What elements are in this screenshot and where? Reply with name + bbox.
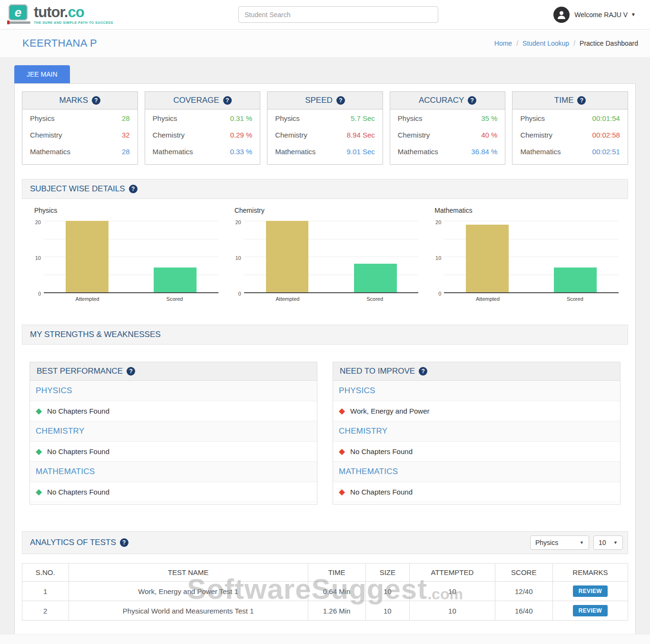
help-icon[interactable]	[129, 185, 138, 193]
subject-header-chemistry: CHEMISTRY	[30, 421, 317, 442]
help-icon[interactable]	[468, 96, 476, 105]
bar-attempted-mathematics[interactable]	[466, 225, 509, 293]
stat-value: 00:02:51	[592, 148, 620, 156]
chart-chemistry: Chemistry01020AttemptedScored	[225, 206, 425, 302]
etutor-logo-icon: e	[9, 4, 30, 25]
stat-row-physics: Physics35 %	[390, 109, 505, 126]
help-icon[interactable]	[419, 367, 427, 376]
subject-wise-section: SUBJECT WISE DETAILS Physics01020Attempt…	[22, 179, 628, 310]
y-tick-label: 20	[35, 219, 41, 225]
brand-tagline: THE SURE AND SIMPLE PATH TO SUCCESS	[34, 21, 113, 24]
subject-header-mathematics: MATHEMATICS	[30, 462, 317, 482]
red-diamond-icon: ◆	[339, 407, 345, 415]
count-filter-select[interactable]: 10 ▼	[593, 535, 623, 550]
stat-card-speed: SPEEDPhysics5.7 SecChemistry8.94 SecMath…	[267, 91, 383, 165]
chart-body: 01020AttemptedScored	[232, 222, 419, 302]
count-filter-value: 10	[599, 539, 606, 546]
breadcrumb-student-lookup[interactable]: Student Lookup	[522, 40, 569, 47]
analytics-title: ANALYTICS OF TESTS	[30, 538, 116, 547]
x-category-label: Attempted	[44, 296, 131, 302]
stat-row-physics: Physics28	[22, 109, 138, 126]
main-content: JEE MAIN MARKSPhysics28Chemistry32Mathem…	[14, 57, 636, 640]
logo-letter: e	[15, 6, 21, 19]
analytics-section: ANALYTICS OF TESTS Physics ▼ 10 ▼	[22, 531, 628, 621]
chapter-label: No Chapters Found	[350, 488, 413, 496]
stat-label: Mathematics	[275, 148, 315, 156]
etutor-logo[interactable]: e tutor.co THE SURE AND SIMPLE PATH TO S…	[9, 4, 168, 25]
stat-label: Chemistry	[30, 131, 62, 139]
table-row: 2Physical World and Measurements Test 11…	[22, 601, 628, 621]
cell-size: 10	[365, 582, 409, 601]
bar-attempted-chemistry[interactable]	[266, 221, 309, 292]
analytics-header: ANALYTICS OF TESTS Physics ▼ 10 ▼	[22, 531, 628, 554]
chart-plot-area	[44, 222, 218, 293]
help-icon[interactable]	[127, 367, 135, 376]
tests-table-wrap: S.NO.TEST NAMETIMESIZEATTEMPTEDSCOREREMA…	[22, 563, 628, 621]
bar-scored-mathematics[interactable]	[554, 268, 597, 293]
stat-label: Chemistry	[398, 131, 430, 139]
stat-card-header: COVERAGE	[145, 92, 260, 109]
laptop-base-shape	[9, 21, 30, 24]
subject-header-physics: PHYSICS	[30, 381, 317, 401]
stat-label: Physics	[520, 114, 545, 122]
stat-value: 0.29 %	[230, 131, 252, 139]
review-button[interactable]: REVIEW	[573, 605, 608, 616]
cell-time: 1.26 Min	[308, 601, 365, 621]
chart-plot-column: AttemptedScored	[44, 222, 218, 302]
stat-row-mathematics: Mathematics0.33 %	[145, 143, 260, 159]
bar-scored-chemistry[interactable]	[354, 264, 397, 292]
subject-filter-select[interactable]: Physics ▼	[530, 535, 589, 550]
chart-subject-label: Physics	[34, 207, 218, 214]
chart-y-axis: 01020	[232, 222, 244, 294]
need-to-improve-panel: NEED TO IMPROVEPHYSICS◆Work, Energy and …	[333, 362, 620, 505]
analytics-filters: Physics ▼ 10 ▼	[530, 535, 623, 550]
stat-card-marks: MARKSPhysics28Chemistry32Mathematics28	[22, 91, 138, 165]
breadcrumb-home[interactable]: Home	[494, 40, 512, 47]
student-search-input[interactable]	[238, 6, 438, 23]
review-button[interactable]: REVIEW	[573, 585, 608, 597]
user-avatar[interactable]	[553, 7, 570, 23]
help-icon[interactable]	[336, 96, 345, 105]
chapter-label: No Chapters Found	[47, 447, 109, 456]
chart-plot-column: AttemptedScored	[244, 222, 419, 302]
stat-label: Mathematics	[153, 148, 193, 156]
column-header-remarks: REMARKS	[552, 564, 628, 582]
y-tick-label: 0	[438, 291, 441, 297]
bar-attempted-physics[interactable]	[66, 221, 108, 292]
strengths-section: MY STRENGTHS & WEAKNESSES BEST PERFORMAN…	[22, 325, 628, 517]
stat-value: 40 %	[481, 131, 497, 139]
x-category-label: Attempted	[444, 296, 531, 302]
cell-remarks: REVIEW	[552, 601, 628, 621]
chart-plot-area	[444, 222, 619, 293]
chapter-row: ◆No Chapters Found	[30, 482, 317, 502]
user-menu[interactable]: Welcome RAJU V ▼	[553, 7, 636, 23]
column-header-attempted: ATTEMPTED	[410, 564, 495, 582]
subject-filter-value: Physics	[535, 539, 558, 546]
help-icon[interactable]	[92, 96, 100, 105]
chapter-label: No Chapters Found	[47, 488, 109, 496]
cell-attempted: 10	[410, 601, 495, 621]
panel-header: BEST PERFORMANCE	[30, 362, 317, 381]
help-icon[interactable]	[120, 538, 128, 547]
strengths-body: BEST PERFORMANCEPHYSICS◆No Chapters Foun…	[22, 345, 628, 517]
chevron-down-icon: ▼	[613, 540, 618, 545]
stat-row-physics: Physics00:01:54	[512, 109, 628, 126]
stat-card-title: SPEED	[305, 96, 333, 105]
help-icon[interactable]	[577, 96, 586, 105]
chart-subject-label: Mathematics	[434, 207, 619, 214]
chapter-row: ◆Work, Energy and Power	[333, 401, 620, 421]
stat-card-header: MARKS	[22, 92, 138, 109]
bar-scored-physics[interactable]	[154, 268, 197, 293]
cell-test-name: Work, Energy and Power Test 1	[69, 582, 308, 601]
help-icon[interactable]	[223, 96, 232, 105]
stat-value: 0.31 %	[230, 114, 252, 122]
breadcrumb-practice-dashboard: Practice Dashboard	[580, 40, 638, 47]
red-diamond-icon: ◆	[339, 447, 345, 456]
stat-card-accuracy: ACCURACYPhysics35 %Chemistry40 %Mathemat…	[390, 91, 506, 165]
tab-jee-main[interactable]: JEE MAIN	[14, 65, 70, 83]
cell-remarks: REVIEW	[552, 582, 628, 601]
cell-time: 0.64 Min	[308, 582, 365, 601]
subject-wise-header: SUBJECT WISE DETAILS	[22, 179, 628, 199]
stat-label: Chemistry	[275, 131, 307, 139]
stat-value: 35 %	[481, 114, 497, 122]
